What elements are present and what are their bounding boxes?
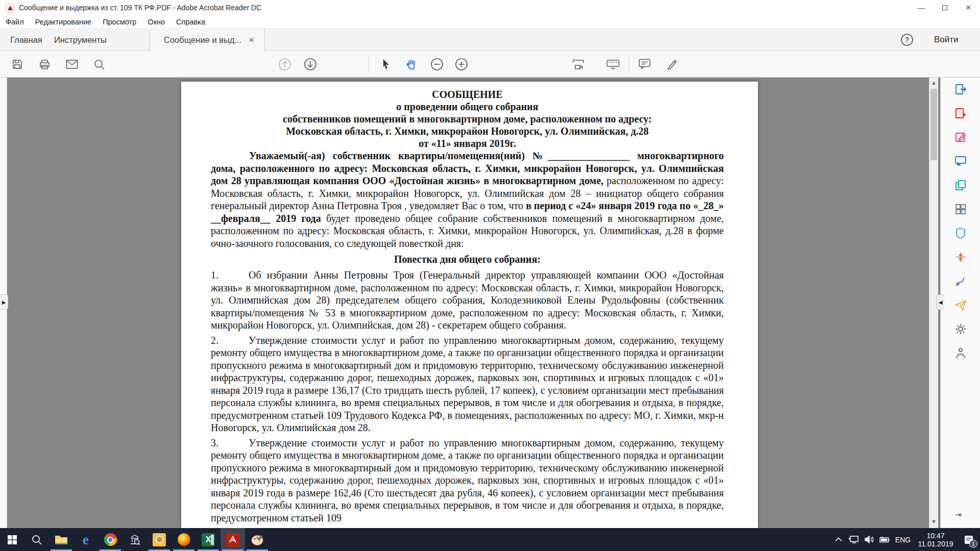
network-icon[interactable] xyxy=(846,535,862,544)
taskbar: e X xyxy=(0,528,980,551)
clock[interactable]: 10:47 11.01.2019 xyxy=(914,532,958,548)
previous-page-button[interactable] xyxy=(278,58,291,71)
select-tool-button[interactable] xyxy=(380,58,393,71)
combine-files-tool[interactable] xyxy=(953,178,968,193)
tab-tools[interactable]: Инструменты xyxy=(54,29,107,51)
minimize-button[interactable]: — xyxy=(910,0,933,15)
send-for-signature-tool[interactable] xyxy=(953,297,968,313)
create-pdf-tool[interactable] xyxy=(953,106,968,121)
chrome-icon xyxy=(104,533,117,546)
organize-pages-tool[interactable] xyxy=(953,202,968,217)
battery-icon[interactable] xyxy=(877,536,892,543)
system-tray: ENG 10:47 11.01.2019 1 xyxy=(831,528,980,551)
comment-tool[interactable] xyxy=(953,154,968,169)
start-button[interactable] xyxy=(0,528,24,551)
doc-title-line: о проведении общего собрания xyxy=(211,101,724,113)
pen-icon xyxy=(666,58,678,70)
comment-icon xyxy=(639,59,651,70)
agenda-title: Повестка дня общего собрания: xyxy=(211,253,724,265)
scroll-down-icon[interactable]: ▼ xyxy=(930,518,937,524)
create-pdf-icon xyxy=(954,107,967,119)
find-button[interactable] xyxy=(92,58,106,71)
maximize-button[interactable] xyxy=(933,0,957,15)
agenda-item-3: 3.Утверждение стоимости услуг и работ по… xyxy=(211,437,724,524)
taskbar-edge[interactable]: e xyxy=(74,528,98,551)
page-up-icon xyxy=(278,58,291,71)
email-button[interactable] xyxy=(65,58,79,71)
zoom-out-icon xyxy=(430,58,444,71)
accessibility-tool[interactable] xyxy=(953,345,968,361)
zoom-in-button[interactable] xyxy=(455,58,468,71)
protect-tool[interactable] xyxy=(953,226,968,241)
print-icon xyxy=(39,59,51,70)
more-tools[interactable] xyxy=(953,321,968,337)
search-icon xyxy=(93,59,105,70)
zoom-out-button[interactable] xyxy=(430,58,444,71)
taskbar-excel[interactable]: X xyxy=(196,528,220,551)
expand-panel-icon[interactable]: ⇥ xyxy=(955,510,962,519)
title-bar: Сообщение и выдержка из ст. 109 ТК РФ.PD… xyxy=(0,0,980,15)
taskbar-acrobat[interactable] xyxy=(220,528,245,551)
chevron-left-icon: ◀ xyxy=(939,299,943,305)
toolbar: / 3 100% xyxy=(0,51,980,78)
taskbar-file-explorer[interactable] xyxy=(49,528,74,551)
zoom-in-icon xyxy=(455,58,468,71)
clock-date: 11.01.2019 xyxy=(914,540,958,548)
hand-tool-button[interactable] xyxy=(405,58,418,71)
doc-title-line: собственников помещений в многоквартирно… xyxy=(211,113,724,125)
menu-file[interactable]: Файл xyxy=(0,18,30,26)
taskbar-search-button[interactable] xyxy=(24,528,49,551)
comment-button[interactable] xyxy=(638,58,651,71)
taskbar-legal-app[interactable] xyxy=(122,528,147,551)
print-button[interactable] xyxy=(38,58,51,71)
taskbar-paint[interactable] xyxy=(245,528,270,551)
tab-document[interactable]: Сообщение и выд... ✕ xyxy=(150,29,265,51)
read-mode-icon xyxy=(606,59,620,69)
language-indicator[interactable]: ENG xyxy=(892,536,914,544)
intro-paragraph: Уважаемый(-ая) собственник квартиры/поме… xyxy=(211,149,724,249)
tab-document-label: Сообщение и выд... xyxy=(164,35,241,45)
collapse-right-pane-button[interactable]: ◀ xyxy=(936,294,944,310)
taskbar-firefox[interactable] xyxy=(172,528,196,551)
help-icon[interactable]: ? xyxy=(901,34,913,46)
tray-chevron-up-icon[interactable] xyxy=(831,537,846,542)
scrollbar-thumb[interactable] xyxy=(930,89,937,160)
combine-files-icon xyxy=(954,179,967,191)
fill-and-sign-tool[interactable] xyxy=(953,273,968,289)
save-button[interactable] xyxy=(11,58,24,71)
tab-bar: Главная Инструменты Сообщение и выд... ✕… xyxy=(0,29,980,51)
toolbar-divider xyxy=(629,56,629,72)
edit-pdf-tool[interactable] xyxy=(953,130,968,145)
menu-window[interactable]: Окно xyxy=(142,18,170,26)
next-page-button[interactable] xyxy=(304,58,317,71)
close-button[interactable]: ✕ xyxy=(957,0,980,15)
taskbar-chrome[interactable] xyxy=(98,528,122,551)
agenda-item-2: 2.Утверждение стоимости услуг и работ по… xyxy=(211,334,724,434)
action-center-button[interactable]: 1 xyxy=(958,528,980,551)
menu-view[interactable]: Просмотр xyxy=(97,18,142,26)
taskbar-outlook[interactable] xyxy=(147,528,172,551)
clock-time: 10:47 xyxy=(914,532,958,540)
acrobat-icon xyxy=(226,533,239,546)
organize-pages-icon xyxy=(954,203,967,215)
file-explorer-icon xyxy=(55,534,68,545)
edit-pdf-icon xyxy=(954,131,967,143)
highlight-pen-button[interactable] xyxy=(666,58,679,71)
agenda-item-1: 1.Об избрании Анны Петровны Троя (Генера… xyxy=(211,269,724,332)
scroll-up-icon[interactable]: ▲ xyxy=(930,80,937,86)
export-pdf-tool[interactable] xyxy=(953,82,968,97)
compress-pdf-tool[interactable] xyxy=(953,249,968,265)
fit-page-button[interactable] xyxy=(572,58,585,71)
tab-home[interactable]: Главная xyxy=(10,29,42,51)
window-title: Сообщение и выдержка из ст. 109 ТК РФ.PD… xyxy=(19,4,261,12)
menu-help[interactable]: Справка xyxy=(170,18,211,26)
search-icon xyxy=(31,534,42,545)
sign-in-button[interactable]: Войти xyxy=(934,29,959,51)
volume-icon[interactable] xyxy=(862,535,877,544)
pdf-page: СООБЩЕНИЕ о проведении общего собрания с… xyxy=(181,82,758,528)
read-mode-button[interactable] xyxy=(606,58,620,71)
menu-edit[interactable]: Редактирование xyxy=(30,18,97,26)
expand-left-pane-button[interactable]: ▶ xyxy=(0,294,8,310)
fill-sign-icon xyxy=(954,275,967,287)
tab-close-icon[interactable]: ✕ xyxy=(249,36,254,44)
